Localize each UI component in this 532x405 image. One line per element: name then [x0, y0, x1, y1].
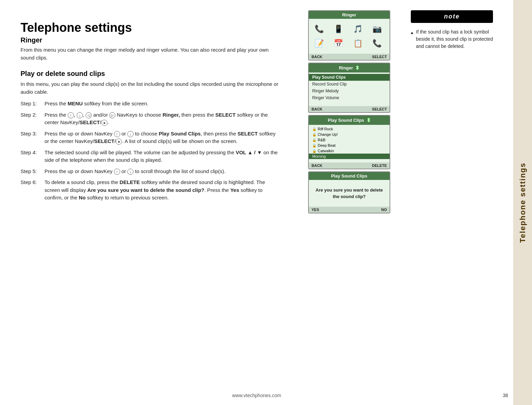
- sound-item-label: Catwalkin: [318, 149, 334, 153]
- phone-screens-area: Ringer 📞 📱 🎵 📷 📝 📅 📋 📞 BACK SELECT: [294, 0, 404, 405]
- phone-screen-3: Play Sound Clips ⬍ 🔒 Riff Rock 🔒 Change …: [308, 115, 390, 169]
- note-box: note: [411, 10, 493, 23]
- navkey-icon: ◁: [86, 112, 92, 118]
- back-label[interactable]: BACK: [312, 164, 322, 168]
- navkey-icon: ↓: [77, 112, 83, 118]
- menu-item-record-sound-clip[interactable]: Record Sound Clip: [309, 81, 390, 88]
- steps-list: Step 1: Press the MENU softkey from the …: [21, 100, 281, 202]
- sound-item-catwalkin[interactable]: 🔒 Catwalkin: [309, 148, 390, 154]
- step-item: Step 5: Press the up or down NavKey ↑ or…: [21, 168, 281, 175]
- sound-item-deep-beat[interactable]: 🔒 Deep Beat: [309, 143, 390, 148]
- phone-screen-3-header: Play Sound Clips ⬍: [309, 116, 390, 125]
- phone-screen-4-body: Are you sure you want to delete the soun…: [309, 180, 390, 207]
- ringer-icon-cell: 📝: [312, 37, 327, 50]
- phone-screen-3-footer: BACK DELETE: [309, 162, 390, 169]
- step-label: Step 6:: [21, 179, 45, 202]
- sidebar-tab-label: Telephone settings: [518, 162, 527, 243]
- yes-label[interactable]: YES: [312, 208, 319, 212]
- phone-screen-1-header: Ringer: [309, 11, 390, 19]
- sound-item-rb[interactable]: 🔒 R&B: [309, 137, 390, 143]
- delete-label[interactable]: DELETE: [372, 164, 387, 168]
- sound-item-label: Riff Rock: [318, 127, 333, 131]
- content-area: Telephone settings Ringer From this menu…: [0, 0, 294, 405]
- step-label: Step 1:: [21, 100, 45, 108]
- menu-item-ringer-volume[interactable]: Ringer Volume: [309, 94, 390, 101]
- sound-item-riff-rock[interactable]: 🔒 Riff Rock: [309, 126, 390, 132]
- step-content: Press the ↑, ↓, ◁ and/or ▷ NavKeys to ch…: [45, 111, 281, 127]
- ringer-icon-cell: 📞: [370, 37, 385, 50]
- step-item: Step 6: To delete a sound clip, press th…: [21, 179, 281, 202]
- intro-text: From this menu you can change the ringer…: [21, 46, 281, 62]
- lock-icon: 🔒: [312, 144, 316, 147]
- back-label[interactable]: BACK: [312, 107, 322, 111]
- ringer-icon-cell: 📅: [331, 37, 346, 50]
- delete-confirm-text: Are you sure you want to delete the soun…: [309, 181, 390, 205]
- back-label[interactable]: BACK: [312, 55, 322, 59]
- ringer-icon-cell: 🎵: [350, 23, 365, 35]
- page-number: 38: [503, 393, 508, 398]
- bullet-dot: •: [411, 28, 413, 50]
- phone-screen-3-body: 🔒 Riff Rock 🔒 Change Up! 🔒 R&B 🔒 Deep Be…: [309, 125, 390, 162]
- page-container: Telephone settings Ringer From this menu…: [0, 0, 532, 405]
- phone-screen-1-footer: BACK SELECT: [309, 54, 390, 60]
- sound-item-label: Change Up!: [318, 132, 338, 136]
- sound-item-morning[interactable]: Morning: [309, 154, 390, 159]
- step-content: Press the MENU softkey from the idle scr…: [45, 100, 281, 108]
- ringer-icon-cell: 📷: [370, 23, 385, 35]
- step-item: Step 2: Press the ↑, ↓, ◁ and/or ▷ NavKe…: [21, 111, 281, 127]
- step-content: Press the up or down NavKey ↑ or ↓ to ch…: [45, 130, 281, 145]
- phone-screen-1-title: Ringer: [342, 12, 356, 17]
- navkey-center-icon: ●: [116, 139, 122, 145]
- note-area: note • If the sound clip has a lock symb…: [404, 0, 500, 405]
- step-item: Step 4: The selected sound clip will be …: [21, 149, 281, 164]
- step-content: To delete a sound clip, press the DELETE…: [45, 179, 281, 202]
- sub-intro: In this menu, you can play the sound cli…: [21, 80, 281, 96]
- scroll-indicator: ⬍: [366, 117, 371, 123]
- step-item: Step 1: Press the MENU softkey from the …: [21, 100, 281, 108]
- note-bullet: • If the sound clip has a lock symbol be…: [411, 28, 493, 50]
- phone-screen-4-title: Play Sound Clips: [331, 173, 367, 179]
- navkey-icon: ▷: [109, 112, 115, 118]
- section-heading: Ringer: [21, 36, 281, 44]
- step-content: Press the up or down NavKey ↑ or ↓ to sc…: [45, 168, 281, 175]
- sound-item-label: Deep Beat: [318, 143, 335, 147]
- page-title: Telephone settings: [21, 21, 281, 35]
- lock-icon: 🔒: [312, 133, 316, 136]
- navkey-icon: ↑: [114, 131, 120, 137]
- scroll-indicator: ⬍: [355, 65, 359, 71]
- sound-item-label: R&B: [318, 138, 326, 142]
- menu-item-ringer-melody[interactable]: Ringer Melody: [309, 88, 390, 94]
- sound-item-change-up[interactable]: 🔒 Change Up!: [309, 132, 390, 137]
- note-text: If the sound clip has a lock symbol besi…: [416, 28, 493, 50]
- phone-screen-4-footer: YES NO: [309, 207, 390, 213]
- no-label[interactable]: NO: [381, 208, 387, 212]
- select-label[interactable]: SELECT: [372, 55, 387, 59]
- ringer-icons-grid: 📞 📱 🎵 📷 📝 📅 📋 📞: [309, 20, 390, 52]
- step-label: Step 3:: [21, 130, 45, 145]
- ringer-icon-cell: 📞: [312, 23, 327, 35]
- phone-screen-2-header: Ringer ⬍: [309, 63, 390, 73]
- select-label[interactable]: SELECT: [372, 107, 387, 111]
- phone-screen-2-footer: BACK SELECT: [309, 106, 390, 112]
- step-label: Step 2:: [21, 111, 45, 127]
- phone-screen-1-body: 📞 📱 🎵 📷 📝 📅 📋 📞: [309, 19, 390, 54]
- step-label: Step 5:: [21, 168, 45, 175]
- page-footer: www.vtechphones.com: [0, 393, 513, 398]
- navkey-icon: ↑: [114, 169, 120, 175]
- phone-screen-2-body: Play Sound Clips Record Sound Clip Ringe…: [309, 73, 390, 106]
- footer-url: www.vtechphones.com: [232, 393, 281, 398]
- ringer-icon-cell: 📱: [331, 23, 346, 35]
- step-item: Step 3: Press the up or down NavKey ↑ or…: [21, 130, 281, 145]
- step-label: Step 4:: [21, 149, 45, 164]
- phone-screen-2: Ringer ⬍ Play Sound Clips Record Sound C…: [308, 63, 390, 113]
- step-content: The selected sound clip will be played. …: [45, 149, 281, 164]
- phone-screen-1: Ringer 📞 📱 🎵 📷 📝 📅 📋 📞 BACK SELECT: [308, 10, 390, 61]
- ringer-icon-cell: 📋: [350, 37, 365, 50]
- navkey-icon: ↓: [127, 131, 134, 137]
- navkey-center-icon: ●: [101, 120, 107, 126]
- lock-icon: 🔒: [312, 149, 316, 153]
- lock-icon: 🔒: [312, 127, 316, 131]
- sound-item-label: Morning: [312, 154, 326, 158]
- phone-screen-2-title: Ringer: [339, 65, 353, 70]
- menu-item-play-sound-clips[interactable]: Play Sound Clips: [309, 74, 390, 81]
